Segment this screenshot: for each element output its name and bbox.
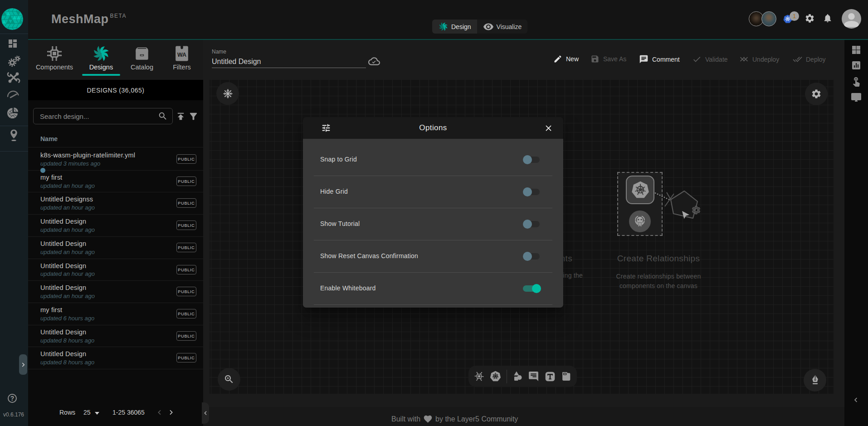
svg-text:WA: WA <box>177 52 186 58</box>
